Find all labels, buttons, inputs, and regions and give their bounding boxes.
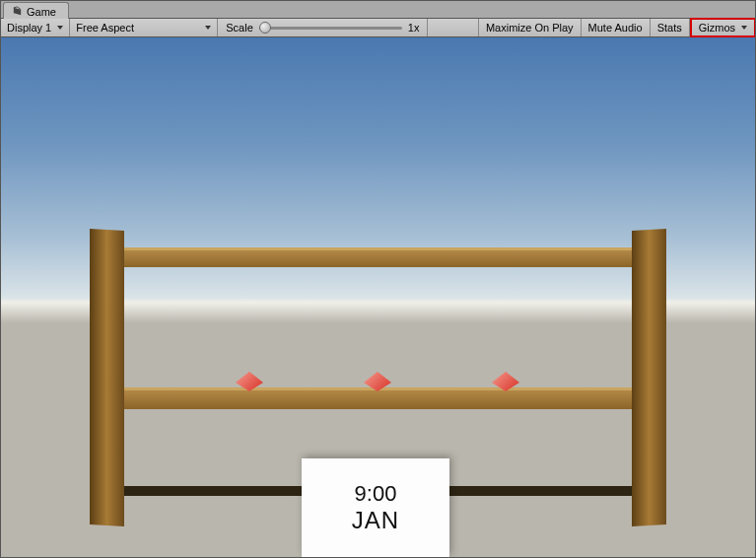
stats-button[interactable]: Stats [651,19,690,36]
game-icon [12,6,23,17]
slider-thumb[interactable] [259,22,271,34]
display-dropdown[interactable]: Display 1 [1,19,70,36]
aspect-dropdown[interactable]: Free Aspect [70,19,218,36]
scale-control: Scale 1x [218,19,428,36]
maximize-label: Maximize On Play [486,22,574,34]
chevron-down-icon [205,26,211,30]
mute-label: Mute Audio [588,22,643,34]
tab-game[interactable]: Game [3,2,69,19]
display-label: Display 1 [7,22,51,34]
scale-value: 1x [408,22,420,34]
game-viewport: 9:00 JAN [1,37,755,557]
shelf-side-left [90,229,124,526]
stats-label: Stats [657,22,682,34]
chevron-down-icon [741,26,747,30]
tab-row: Game [1,1,755,19]
maximize-on-play-button[interactable]: Maximize On Play [479,19,582,36]
gizmos-label: Gizmos [699,22,735,34]
tab-label: Game [27,6,56,18]
mute-audio-button[interactable]: Mute Audio [582,19,651,36]
scale-slider[interactable] [259,27,402,30]
toolbar-spacer [428,19,479,36]
scene-card: 9:00 JAN [302,458,449,557]
chevron-down-icon [57,26,63,30]
card-month: JAN [352,507,399,534]
aspect-label: Free Aspect [76,22,134,34]
card-time: 9:00 [355,481,397,507]
shelf-top-plank [114,247,642,267]
scale-label: Scale [226,22,253,34]
game-toolbar: Display 1 Free Aspect Scale 1x Maximize … [1,19,755,37]
gizmos-dropdown[interactable]: Gizmos [690,18,756,37]
shelf-side-right [632,229,666,526]
